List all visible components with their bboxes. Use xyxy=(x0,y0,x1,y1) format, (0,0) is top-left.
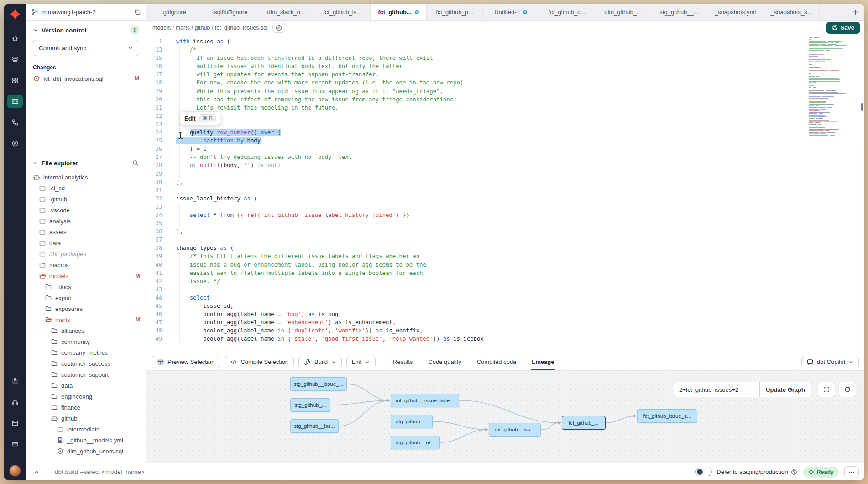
lineage-node-5[interactable]: stg_github__re... xyxy=(391,436,440,449)
code-line-26[interactable]: 26 ) = 1 xyxy=(146,145,864,153)
tree-item-models[interactable]: modelsM xyxy=(26,270,146,281)
code-line-22[interactable]: 22 xyxy=(146,112,864,120)
code-line-34[interactable]: 34 select * from {{ ref('int_github__iss… xyxy=(146,211,864,219)
lineage-node-2[interactable]: stg_github__iss... xyxy=(290,419,339,433)
code-line-19[interactable]: 19 While this prevents the old issue fro… xyxy=(146,87,864,95)
code-line-30[interactable]: 30), xyxy=(146,178,864,186)
lineage-node-0[interactable]: stg_github__issue_... xyxy=(290,377,347,391)
tree-item-.github[interactable]: .github xyxy=(26,194,146,205)
code-line-45[interactable]: 45 issue_id, xyxy=(146,302,864,310)
tab-_snapshots.yml[interactable]: _snapshots.yml xyxy=(707,4,763,20)
lint-button[interactable]: Lint xyxy=(346,356,376,368)
compile-selection-button[interactable]: Compile Selection xyxy=(225,356,294,368)
tab-.sqlfluffignore[interactable]: .sqlfluffignore xyxy=(202,4,258,20)
rail-item-apps[interactable] xyxy=(7,74,23,87)
rail-item-browser[interactable] xyxy=(7,416,23,430)
panel-tab-results[interactable]: Results xyxy=(393,353,413,370)
tree-item-macros[interactable]: macros xyxy=(26,259,146,270)
panel-tab-code-quality[interactable]: Code quality xyxy=(428,353,461,370)
tab-dim_github_...[interactable]: dim_github_... xyxy=(595,4,651,20)
search-icon[interactable] xyxy=(132,159,139,167)
tree-item-_github__models.yml[interactable]: _github__models.yml xyxy=(26,435,146,446)
minimap[interactable] xyxy=(809,37,856,138)
command-input[interactable]: dbt build --select <model_name> xyxy=(47,468,695,475)
tree-item-marts[interactable]: martsM xyxy=(26,314,146,325)
code-line-23[interactable]: 23 xyxy=(146,120,864,128)
defer-toggle[interactable] xyxy=(695,468,712,476)
code-line-48[interactable]: 48 boolor_agg(label_name in ('duplicate'… xyxy=(146,326,864,335)
tree-item-company_metrics[interactable]: company_metrics xyxy=(26,347,146,358)
tree-item-finance[interactable]: finance xyxy=(26,402,146,413)
code-line-49[interactable]: 49 boolor_agg(label_name in ('stale', 'g… xyxy=(146,335,864,343)
code-line-37[interactable]: 37 xyxy=(146,236,864,244)
refresh-button[interactable] xyxy=(839,382,856,397)
tab-stg_github__...[interactable]: stg_github__... xyxy=(651,4,707,20)
tab-fct_github_c...[interactable]: fct_github_c... xyxy=(539,4,595,20)
lineage-node-4[interactable]: stg_github_... xyxy=(391,415,433,428)
code-line-38[interactable]: 38change_types as ( xyxy=(146,244,864,252)
code-line-44[interactable]: 44 select xyxy=(146,294,864,302)
tree-item-customer_support[interactable]: customer_support xyxy=(26,369,146,380)
tree-item-data[interactable]: data xyxy=(26,237,146,248)
code-line-28[interactable]: 28 or nullif(body, '') is null xyxy=(146,161,864,169)
code-line-15[interactable]: 15 If an issue has been transferred to a… xyxy=(146,54,864,62)
lineage-node-7[interactable]: fct_github_... xyxy=(562,416,606,430)
rail-item-shortcuts[interactable] xyxy=(7,437,23,451)
rail-item-warehouse[interactable] xyxy=(7,53,23,66)
rail-item-orchestrate[interactable] xyxy=(7,116,23,129)
panel-tab-compiled-code[interactable]: Compiled code xyxy=(477,353,517,370)
rail-item-explore[interactable] xyxy=(7,137,23,150)
version-control-header[interactable]: Version control 1 xyxy=(26,21,146,39)
tree-item-data[interactable]: data xyxy=(26,380,146,391)
update-graph-button[interactable]: Update Graph xyxy=(759,382,811,397)
code-line-20[interactable]: 20 this has the effect of removing the n… xyxy=(146,95,864,104)
tree-item-customer_success[interactable]: customer_success xyxy=(26,358,146,369)
code-line-31[interactable]: 31 xyxy=(146,186,864,195)
save-button[interactable]: Save xyxy=(826,22,860,34)
changed-file-item[interactable]: fct_dbt_invocations.sql M xyxy=(26,74,146,84)
tree-item-internal-analytics[interactable]: internal-analytics xyxy=(26,172,146,183)
code-line-39[interactable]: 39 /* This CTE flattens the different is… xyxy=(146,252,864,260)
code-line-21[interactable]: 21 Let's revisit this modeling in the fu… xyxy=(146,104,864,112)
code-line-36[interactable]: 36), xyxy=(146,227,864,236)
tab-fct_github...[interactable]: fct_github... xyxy=(371,4,427,20)
rail-item-support[interactable] xyxy=(7,395,23,409)
tab-fct_github_p...[interactable]: fct_github_p... xyxy=(427,4,483,20)
lineage-node-3[interactable]: int_github__issue_labe... xyxy=(391,394,459,407)
tab-untitled-1[interactable]: Untitled-1 xyxy=(483,4,539,20)
edit-popover[interactable]: Edit ⌘ B xyxy=(180,111,220,125)
code-line-16[interactable]: 16 multiple issues with identical body t… xyxy=(146,62,864,70)
build-button[interactable]: Build xyxy=(298,356,342,368)
code-line-35[interactable]: 35 xyxy=(146,219,864,227)
branch-selector[interactable]: mirnawong1-patch-2 xyxy=(26,4,146,20)
code-line-13[interactable]: 13 /* xyxy=(146,46,864,54)
tree-item-exposures[interactable]: exposures xyxy=(26,303,146,314)
help-icon[interactable] xyxy=(790,468,798,476)
new-tab-button[interactable] xyxy=(846,4,864,20)
tab-_snapshots_s...[interactable]: _snapshots_s... xyxy=(763,4,820,20)
panel-tab-lineage[interactable]: Lineage xyxy=(532,353,554,370)
expand-command-bar-button[interactable] xyxy=(26,463,47,480)
tab-dim_slack_u...[interactable]: dim_slack_u... xyxy=(258,4,314,20)
code-line-43[interactable]: 43 xyxy=(146,285,864,294)
code-line-42[interactable]: 42 issue. */ xyxy=(146,277,864,285)
code-line-46[interactable]: 46 boolor_agg(label_name = 'bug') as is_… xyxy=(146,310,864,318)
tree-item-dim_github_users.sql[interactable]: dim_github_users.sql xyxy=(26,446,146,457)
code-line-24[interactable]: 24 qualify row_number() over ( xyxy=(146,128,864,137)
fullscreen-button[interactable] xyxy=(818,382,835,397)
tree-item-community[interactable]: community xyxy=(26,336,146,347)
lineage-node-8[interactable]: fct_github_issue_s... xyxy=(637,409,697,423)
copy-icon[interactable] xyxy=(134,8,141,16)
commit-and-sync-button[interactable]: Commit and sync xyxy=(33,40,139,56)
code-line-18[interactable]: 18 For now, choose the one with more rec… xyxy=(146,79,864,87)
lineage-selector-input[interactable] xyxy=(674,382,759,397)
dbt-copilot-button[interactable]: dbt Copilot xyxy=(801,356,859,368)
file-explorer-header[interactable]: File explorer xyxy=(26,154,146,171)
code-line-25[interactable]: 25 partition by body xyxy=(146,137,864,145)
code-editor[interactable]: 1with issues as (13 /*15 If an issue has… xyxy=(146,35,864,353)
code-line-1[interactable]: 1with issues as ( xyxy=(146,37,864,46)
rail-item-develop[interactable] xyxy=(7,95,23,108)
rail-item-notes[interactable] xyxy=(7,374,23,388)
tree-item-analysis[interactable]: analysis xyxy=(26,216,146,226)
tree-item-github[interactable]: github xyxy=(26,413,146,424)
